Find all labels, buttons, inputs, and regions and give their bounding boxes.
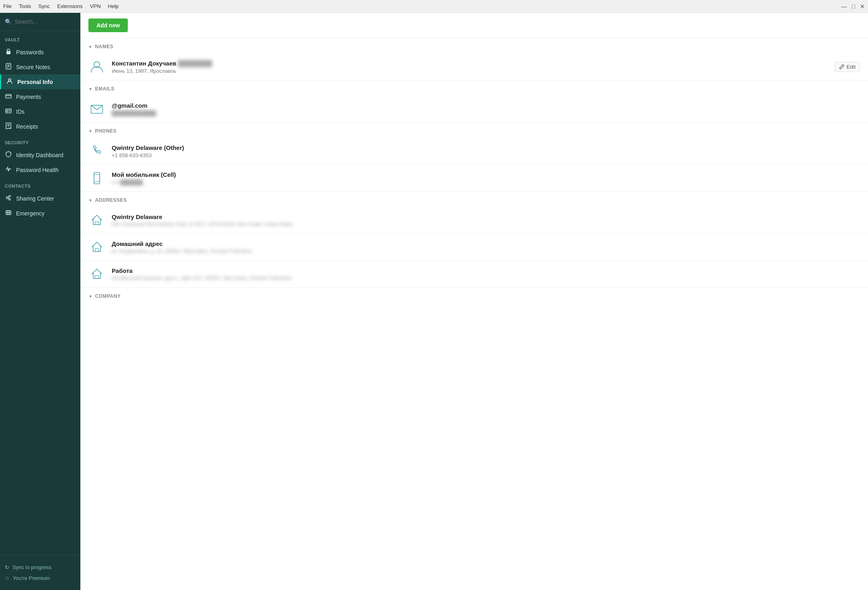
address-home-icon-2: [88, 239, 105, 256]
svg-line-18: [8, 198, 9, 199]
company-section-label: COMPANY: [95, 293, 121, 299]
names-section-header[interactable]: ▼ NAMES: [80, 38, 868, 53]
emergency-icon: [5, 209, 12, 217]
close-button[interactable]: ✕: [860, 3, 865, 10]
phone-number-2: 915██████: [112, 179, 860, 185]
svg-rect-25: [94, 172, 100, 184]
email-address: @gmail.com: [112, 102, 860, 109]
svg-point-15: [9, 195, 10, 197]
window-controls[interactable]: — □ ✕: [841, 3, 865, 10]
phone-label-2: Мой мобильник (Cell): [112, 171, 860, 178]
sidebar-item-password-health[interactable]: Password Health: [0, 162, 80, 177]
contacts-section-label: CONTACTS: [0, 177, 80, 191]
minimize-button[interactable]: —: [841, 3, 847, 10]
address-entry-details-3: Работа Октябрьский переулок, дом 1, офис…: [112, 267, 860, 281]
addresses-chevron-icon: ▼: [88, 198, 92, 203]
star-icon: ☆: [5, 575, 10, 581]
address-sub-2: ул. Богдановича, д. 15, 150014, Ярославл…: [112, 248, 433, 254]
name-entry-details: Константин Докучаев ████████ Июнь 13, 19…: [112, 60, 828, 74]
name-edit-button[interactable]: Edit: [835, 62, 860, 72]
sidebar-item-payments[interactable]: Payments: [0, 89, 80, 104]
security-section-label: SECURITY: [0, 134, 80, 148]
sync-label: Sync in progress: [12, 564, 51, 570]
address-home-icon-3: [88, 266, 105, 283]
addresses-section-header[interactable]: ▼ ADDRESSES: [80, 192, 868, 207]
sidebar-item-label-payments: Payments: [16, 94, 41, 100]
address-entry-row-1: Qwintry Delaware 600 Centerpoint Blvd Qw…: [80, 207, 868, 234]
menu-bar[interactable]: File Tools Sync Extensions VPN Help: [3, 3, 119, 9]
sidebar-footer: ↻ Sync in progress ☆ You're Premium: [0, 555, 80, 590]
menu-extensions[interactable]: Extensions: [57, 3, 83, 9]
phone-entry-details-2: Мой мобильник (Cell) 915██████: [112, 171, 860, 185]
email-entry-row: @gmail.com ████████████: [80, 96, 868, 123]
sidebar-item-label-identity-dashboard: Identity Dashboard: [16, 152, 63, 158]
sidebar-item-label-sharing-center: Sharing Center: [16, 195, 54, 202]
menu-sync[interactable]: Sync: [38, 3, 50, 9]
name-entry-row: Константин Докучаев ████████ Июнь 13, 19…: [80, 53, 868, 80]
sidebar-item-label-passwords: Passwords: [16, 49, 43, 55]
address-label-2: Домашний адрес: [112, 240, 860, 247]
person-dob-city: Июнь 13, 1987, Ярославль: [112, 68, 828, 74]
menu-vpn[interactable]: VPN: [90, 3, 101, 9]
sidebar-item-receipts[interactable]: Receipts: [0, 119, 80, 134]
name-entry-actions: Edit: [835, 62, 860, 72]
vault-section-label: VAULT: [0, 31, 80, 45]
sidebar-item-identity-dashboard[interactable]: Identity Dashboard: [0, 148, 80, 162]
premium-status[interactable]: ☆ You're Premium: [5, 573, 76, 584]
sidebar-item-sharing-center[interactable]: Sharing Center: [0, 191, 80, 206]
edit-label: Edit: [847, 64, 856, 70]
main-scroll-area[interactable]: ▼ NAMES Константин Докучаев ████████ Июн…: [80, 38, 868, 590]
svg-point-5: [8, 79, 11, 81]
sidebar-item-label-personal-info: Personal Info: [17, 79, 53, 85]
person-avatar-icon: [88, 58, 105, 75]
menu-help[interactable]: Help: [108, 3, 119, 9]
address-label-1: Qwintry Delaware: [112, 213, 860, 220]
premium-label: You're Premium: [13, 575, 50, 581]
sidebar-search-area: 🔍: [0, 13, 80, 31]
sidebar: 🔍 VAULT Passwords Secure Notes Personal …: [0, 13, 80, 590]
email-envelope-icon: [88, 100, 105, 117]
sync-status[interactable]: ↻ Sync in progress: [5, 562, 76, 573]
sidebar-item-secure-notes[interactable]: Secure Notes: [0, 59, 80, 74]
phone-entry-details-1: Qwintry Delaware (Other) +1 858-633-6353: [112, 144, 860, 158]
svg-rect-0: [6, 51, 10, 54]
sidebar-item-passwords[interactable]: Passwords: [0, 45, 80, 59]
main-header: Add new: [80, 13, 868, 38]
emails-section-header[interactable]: ▼ EMAILS: [80, 80, 868, 96]
name-blurred-part: ████████: [178, 60, 212, 67]
phone-label-1: Qwintry Delaware (Other): [112, 144, 860, 151]
svg-rect-30: [95, 276, 99, 279]
sidebar-item-label-password-health: Password Health: [16, 167, 59, 173]
menu-tools[interactable]: Tools: [19, 3, 31, 9]
sidebar-item-label-secure-notes: Secure Notes: [16, 64, 50, 70]
sidebar-item-label-receipts: Receipts: [16, 123, 38, 130]
phone-entry-row-1: Qwintry Delaware (Other) +1 858-633-6353: [80, 138, 868, 165]
address-entry-details-2: Домашний адрес ул. Богдановича, д. 15, 1…: [112, 240, 860, 254]
emails-chevron-icon: ▼: [88, 87, 92, 91]
svg-point-16: [9, 199, 10, 200]
maximize-button[interactable]: □: [852, 3, 855, 10]
add-new-button[interactable]: Add new: [88, 18, 128, 32]
main-content: Add new ▼ NAMES Константин Докучаев: [80, 13, 868, 590]
emails-section-label: EMAILS: [95, 86, 114, 92]
company-chevron-icon: ▼: [88, 294, 92, 299]
phones-chevron-icon: ▼: [88, 129, 92, 133]
menu-file[interactable]: File: [3, 3, 12, 9]
sidebar-item-emergency[interactable]: Emergency: [0, 206, 80, 221]
email-sub-blurred: ████████████: [112, 110, 860, 116]
person-name: Константин Докучаев ████████: [112, 60, 828, 67]
app-body: 🔍 VAULT Passwords Secure Notes Personal …: [0, 13, 868, 590]
search-input[interactable]: [15, 18, 76, 25]
phones-section-label: PHONES: [95, 128, 117, 134]
sidebar-item-personal-info[interactable]: Personal Info: [0, 74, 80, 89]
phones-section-header[interactable]: ▼ PHONES: [80, 123, 868, 138]
search-icon: 🔍: [5, 18, 12, 25]
names-section-label: NAMES: [95, 44, 113, 49]
svg-rect-29: [95, 249, 99, 252]
sidebar-item-ids[interactable]: IDs: [0, 104, 80, 119]
id-icon: [5, 108, 12, 115]
card-icon: [5, 93, 12, 100]
pulse-icon: [5, 166, 12, 174]
company-section-header[interactable]: ▼ COMPANY: [80, 288, 868, 303]
address-home-icon-1: [88, 212, 105, 229]
